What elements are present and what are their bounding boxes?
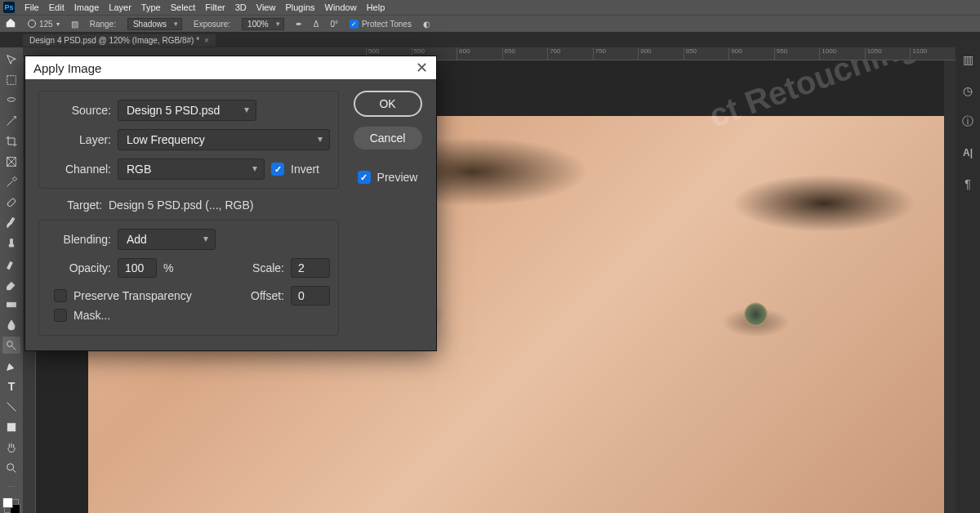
blending-label: Blending:: [47, 233, 111, 246]
channel-select[interactable]: RGB: [118, 158, 265, 180]
brush-tool[interactable]: [2, 214, 20, 231]
opacity-input[interactable]: 100: [118, 258, 157, 278]
menu-select[interactable]: Select: [171, 2, 196, 12]
wand-tool[interactable]: [2, 112, 20, 129]
path-tool[interactable]: [2, 399, 20, 416]
menu-type[interactable]: Type: [141, 2, 161, 12]
preview-checkbox[interactable]: [358, 171, 371, 184]
scale-input[interactable]: 2: [291, 258, 330, 278]
menu-image[interactable]: Image: [74, 2, 100, 12]
pen-tool[interactable]: [2, 357, 20, 374]
doc-tab-label: Design 4 PSD.psd @ 120% (Image, RGB/8#) …: [29, 36, 199, 45]
invert-label: Invert: [291, 163, 319, 176]
menu-filter[interactable]: Filter: [205, 2, 225, 12]
tablet-icon[interactable]: ◐: [423, 20, 430, 29]
brush-preview-icon: [28, 20, 36, 28]
type-tool[interactable]: T: [2, 378, 20, 395]
invert-checkbox[interactable]: [271, 163, 284, 176]
lasso-tool[interactable]: [2, 91, 20, 109]
color-swatch[interactable]: [4, 499, 19, 513]
frame-tool[interactable]: [2, 153, 20, 170]
opacity-label: Opacity:: [47, 261, 111, 274]
panel-info-icon[interactable]: ⓘ: [960, 114, 975, 129]
options-bar: 125▾ ▨ Range: Shadows Exposure: 100% ✒ Δ…: [0, 15, 980, 33]
blending-select[interactable]: Add: [118, 229, 216, 250]
home-icon[interactable]: [5, 17, 16, 30]
ok-button[interactable]: OK: [354, 91, 422, 117]
eyedropper-tool[interactable]: [2, 173, 20, 190]
range-label: Range:: [90, 20, 116, 29]
app-icon: Ps: [3, 2, 15, 13]
panel-para-icon[interactable]: ¶: [960, 176, 975, 191]
hand-tool[interactable]: [2, 439, 20, 457]
ruler-tick: 850: [684, 47, 729, 60]
menu-file[interactable]: File: [24, 2, 39, 12]
doc-tab[interactable]: Design 4 PSD.psd @ 120% (Image, RGB/8#) …: [23, 34, 216, 47]
airbrush-icon[interactable]: ✒: [296, 20, 302, 29]
menu-window[interactable]: Window: [325, 2, 357, 12]
menubar: Ps File Edit Image Layer Type Select Fil…: [0, 0, 980, 15]
offset-input[interactable]: 0: [291, 286, 330, 306]
ruler-tick: 700: [547, 47, 593, 60]
zoom-tool[interactable]: [2, 460, 20, 477]
protect-tones-label: Protect Tones: [362, 20, 412, 29]
dodge-tool[interactable]: [2, 337, 20, 354]
exposure-select[interactable]: 100%: [242, 18, 284, 30]
angle-value[interactable]: 0°: [330, 20, 338, 29]
svg-point-4: [7, 341, 13, 347]
layer-select[interactable]: Low Frequency: [118, 129, 330, 150]
range-select[interactable]: Shadows: [127, 18, 182, 30]
menu-3d[interactable]: 3D: [235, 2, 247, 12]
heal-tool[interactable]: [2, 194, 20, 211]
history-brush-tool[interactable]: [2, 255, 20, 272]
panel-learn-icon[interactable]: ◷: [960, 83, 975, 98]
protect-tones-checkbox[interactable]: ✓Protect Tones: [350, 20, 412, 29]
ruler-tick: 1050: [865, 47, 911, 60]
close-tab-icon[interactable]: ×: [204, 36, 209, 45]
tool-more[interactable]: ⋯: [7, 482, 16, 491]
menu-help[interactable]: Help: [367, 2, 385, 12]
source-select[interactable]: Design 5 PSD.psd: [118, 100, 256, 121]
source-label: Source:: [47, 104, 111, 117]
ruler-tick: 650: [502, 47, 548, 60]
ruler-tick: 750: [593, 47, 639, 60]
layer-label: Layer:: [47, 133, 111, 146]
offset-label: Offset:: [251, 289, 284, 302]
opacity-suffix: %: [163, 261, 173, 274]
menu-view[interactable]: View: [256, 2, 276, 12]
cancel-button[interactable]: Cancel: [354, 127, 422, 149]
mask-checkbox[interactable]: [54, 309, 67, 322]
marquee-tool[interactable]: [2, 71, 20, 88]
ruler-tick: 800: [638, 47, 684, 60]
menu-layer[interactable]: Layer: [109, 2, 131, 12]
panel-char-icon[interactable]: A|: [960, 145, 975, 160]
shape-tool[interactable]: [2, 419, 20, 436]
angle-label: Δ: [314, 20, 319, 29]
blur-tool[interactable]: [2, 316, 20, 333]
svg-rect-0: [7, 75, 16, 84]
dialog-titlebar[interactable]: Apply Image ✕: [25, 56, 436, 79]
preview-label: Preview: [377, 171, 418, 184]
mask-label: Mask...: [74, 309, 110, 322]
ruler-tick: 600: [457, 47, 502, 60]
eraser-tool[interactable]: [2, 275, 20, 292]
menu-plugins[interactable]: Plugins: [285, 2, 314, 12]
svg-rect-3: [7, 302, 16, 306]
preserve-transparency-checkbox[interactable]: [54, 289, 67, 302]
target-value: Design 5 PSD.psd (..., RGB): [109, 199, 253, 212]
svg-point-6: [7, 464, 14, 471]
panel-color-icon[interactable]: ▥: [960, 52, 975, 67]
dialog-title: Apply Image: [33, 61, 101, 75]
menu-edit[interactable]: Edit: [49, 2, 65, 12]
stamp-tool[interactable]: [2, 234, 20, 252]
scale-label: Scale:: [252, 261, 284, 274]
brush-preset[interactable]: 125▾: [28, 20, 60, 29]
ruler-tick: 900: [728, 47, 774, 60]
crop-tool[interactable]: [2, 132, 20, 149]
close-icon[interactable]: ✕: [416, 59, 428, 77]
brush-panel-icon[interactable]: ▨: [71, 20, 78, 29]
gradient-tool[interactable]: [2, 296, 20, 313]
document-tabs: Design 4 PSD.psd @ 120% (Image, RGB/8#) …: [0, 33, 980, 47]
target-label: Target:: [38, 199, 102, 212]
move-tool[interactable]: [2, 51, 20, 68]
